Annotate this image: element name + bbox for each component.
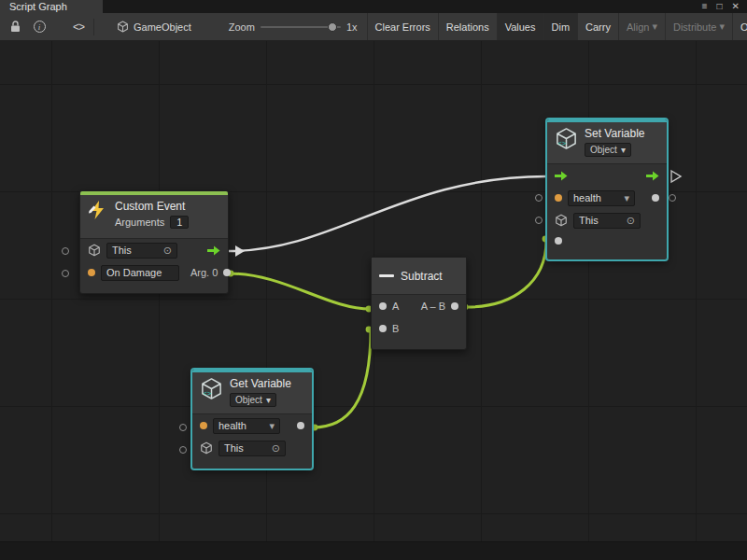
arguments-label: Arguments: [115, 217, 164, 228]
bottom-bar: [0, 541, 747, 560]
close-icon[interactable]: ✕: [732, 0, 740, 13]
event-name-row: On Damage Arg. 0: [80, 261, 228, 284]
value-output-port[interactable]: [297, 422, 304, 429]
carry-toggle[interactable]: Carry: [577, 13, 618, 40]
get-variable-body: health ▾ This ⊙: [192, 414, 312, 469]
flow-output-port[interactable]: [646, 171, 659, 181]
value-wire-arg0-to-a[interactable]: [229, 273, 371, 309]
chevron-down-icon: ▾: [719, 21, 725, 33]
graph-toolbar: i <> GameObject Zoom 1x Clear Errors Rel…: [0, 13, 747, 41]
zoom-slider-handle[interactable]: [328, 22, 337, 32]
target-port-row: This ⊙: [192, 437, 312, 459]
dim-toggle[interactable]: Dim: [543, 13, 578, 40]
object-picker-icon[interactable]: ⊙: [627, 216, 635, 225]
distribute-dropdown: Distribute▾: [665, 13, 732, 40]
gameobject-cube-icon: [88, 244, 101, 257]
variable-name-row: health ▾: [547, 187, 667, 209]
string-input-port[interactable]: [88, 269, 95, 276]
flow-input-port[interactable]: [555, 171, 568, 181]
arg-output-port[interactable]: [223, 269, 231, 276]
target-field[interactable]: This ⊙: [218, 441, 286, 456]
value-wire-subtract-to-setvariable[interactable]: [467, 241, 546, 307]
chevron-down-icon: ▾: [652, 21, 657, 33]
node-title: Get Variable: [230, 377, 291, 390]
values-toggle[interactable]: Values: [497, 13, 543, 40]
variable-kind-dropdown[interactable]: Object ▾: [585, 143, 631, 157]
unconnected-port-indicator: [179, 424, 187, 431]
flow-arrow-indicator: [235, 245, 245, 257]
context-label: GameObject: [134, 21, 191, 33]
node-subtract[interactable]: Subtract A A – B B: [371, 257, 467, 350]
chevron-down-icon: ▾: [621, 144, 626, 156]
variable-icon: <>: [200, 377, 223, 400]
node-custom-event[interactable]: Custom Event Arguments 1 This ⊙: [79, 190, 229, 294]
tab-script-graph[interactable]: Script Graph: [0, 0, 103, 13]
graph-context-selector[interactable]: GameObject: [117, 21, 191, 33]
zoom-value: 1x: [346, 21, 358, 33]
object-picker-icon[interactable]: ⊙: [163, 245, 172, 255]
unconnected-flow-indicator: [671, 171, 681, 182]
target-field[interactable]: This ⊙: [573, 213, 641, 229]
variable-icon: <>: [555, 127, 578, 150]
variable-name-dropdown[interactable]: health ▾: [213, 418, 280, 434]
chevron-down-icon: ▾: [624, 193, 629, 203]
lock-icon[interactable]: [6, 18, 24, 36]
custom-event-header: Custom Event Arguments 1: [80, 195, 228, 239]
port-row-a: A A – B: [372, 295, 466, 317]
gameobject-cube-icon: [117, 21, 129, 33]
info-icon[interactable]: i: [30, 18, 49, 36]
value-input-row: [547, 231, 667, 250]
target-port-row: This ⊙: [547, 209, 667, 231]
target-field[interactable]: This ⊙: [106, 243, 177, 259]
get-variable-header: <> Get Variable Object ▾: [192, 372, 312, 414]
node-get-variable[interactable]: <> Get Variable Object ▾ health ▾: [191, 369, 313, 469]
flow-output-port[interactable]: [207, 245, 220, 256]
port-a-label: A: [392, 301, 399, 312]
unconnected-port-indicator: [62, 247, 69, 255]
unconnected-port-indicator: [179, 446, 187, 454]
node-title: Subtract: [401, 270, 443, 283]
zoom-label: Zoom: [229, 21, 255, 33]
variable-kind-dropdown[interactable]: Object ▾: [230, 393, 276, 407]
name-input-port[interactable]: [200, 422, 207, 429]
name-input-port[interactable]: [555, 194, 562, 202]
clear-errors-button[interactable]: Clear Errors: [367, 13, 438, 40]
object-picker-icon[interactable]: ⊙: [272, 443, 280, 453]
value-wire-getvariable-to-b[interactable]: [313, 329, 371, 427]
unconnected-port-indicator: [535, 217, 543, 224]
node-title: Custom Event: [115, 200, 189, 213]
tab-bar: Script Graph ≡ □ ✕: [0, 0, 747, 13]
align-dropdown: Align▾: [618, 13, 665, 40]
set-variable-body: health ▾ This ⊙: [547, 164, 667, 259]
output-port[interactable]: [451, 302, 458, 310]
unconnected-port-indicator: [669, 194, 676, 202]
relations-button[interactable]: Relations: [438, 13, 497, 40]
gameobject-cube-icon: [555, 214, 568, 227]
node-title: Set Variable: [585, 127, 644, 140]
window-menu-icon[interactable]: ≡: [702, 0, 708, 13]
node-set-variable[interactable]: <> Set Variable Object ▾ health ▾: [546, 119, 668, 260]
value-output-port[interactable]: [652, 194, 659, 202]
maximize-icon[interactable]: □: [717, 0, 723, 13]
input-port-a[interactable]: [379, 302, 387, 310]
graph-canvas[interactable]: Custom Event Arguments 1 This ⊙: [0, 41, 747, 541]
overview-button[interactable]: Overv: [732, 13, 747, 40]
toolbar-divider: [93, 19, 94, 35]
port-out-label: A – B: [421, 301, 445, 312]
event-name-field[interactable]: On Damage: [101, 265, 179, 281]
subtract-icon: [379, 274, 394, 277]
toolbar-buttons: Clear Errors Relations Values Dim Carry …: [367, 13, 747, 40]
subtract-header: Subtract: [372, 258, 466, 295]
port-b-label: B: [392, 323, 399, 334]
value-input-port[interactable]: [555, 237, 562, 245]
port-row-b: B: [372, 317, 466, 340]
variable-name-row: health ▾: [192, 414, 312, 437]
edit-source-icon[interactable]: <>: [73, 21, 84, 34]
flow-wire-customevent-to-setvariable[interactable]: [229, 176, 546, 251]
chevron-down-icon: ▾: [269, 421, 275, 430]
arguments-input[interactable]: 1: [170, 216, 189, 229]
zoom-slider[interactable]: [261, 18, 341, 36]
variable-name-dropdown[interactable]: health ▾: [568, 190, 635, 206]
window-controls: ≡ □ ✕: [702, 0, 747, 13]
input-port-b[interactable]: [379, 325, 387, 332]
